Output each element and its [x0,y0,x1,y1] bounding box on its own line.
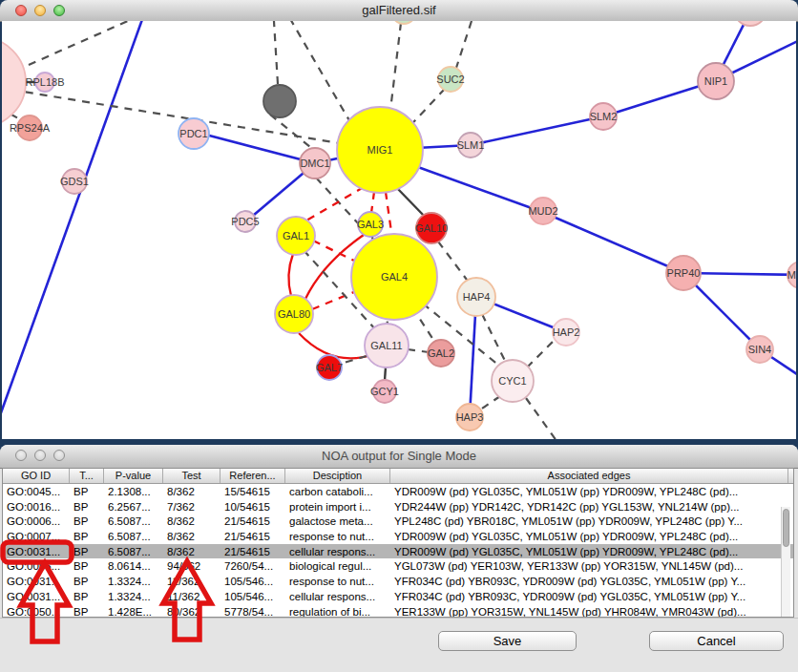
node-label: PRP40 [667,267,701,279]
table-cell: YFR034C (pd) YBR093C, YDR009W (pd) YGL03… [390,574,788,589]
table-cell: GO:0050... [3,604,70,619]
edge [270,115,315,151]
node-unlabeled[interactable] [263,85,296,117]
node-label: NIP1 [704,75,727,87]
cancel-button[interactable]: Cancel [649,631,784,651]
table-cell: YDR009W (pd) YGL035C, YML051W (pp) YDR00… [390,484,788,499]
table-cell: galactose meta... [285,514,390,529]
table-cell: 105/546... [220,589,285,604]
table-cell: 8/362 [163,529,220,544]
column-header-go-id[interactable]: GO ID [3,469,70,483]
network-window-title: galFiltered.sif [0,3,798,17]
column-header-referen-[interactable]: Referen... [220,469,285,483]
edge [456,21,472,68]
table-cell: YER133W (pp) YOR315W, YNL145W (pd) YHR08… [390,604,788,619]
table-cell: 8/362 [163,484,220,499]
column-header-associated-edges[interactable]: Associated edges [390,469,788,483]
table-row[interactable]: GO:0031...BP1.3324...11/362105/546...res… [3,574,793,589]
table-row[interactable]: GO:0007...BP6.5087...8/36221/54615respon… [3,529,793,544]
table-cell: 15/54615 [220,484,285,499]
node-label: GAL7 [316,362,343,373]
edge [479,396,500,410]
table-cell: GO:0065... [3,558,70,574]
network-view[interactable]: RPS24ARPL18BGDS1PDC1DMC1MIG1PDC5SUC2NIP1… [2,21,796,439]
table-row[interactable]: GO:0065...BP8.0614...94/3627260/54...bio… [3,558,793,574]
edge [273,21,278,84]
node-label: GAL2 [428,347,454,359]
scrollbar-thumb[interactable] [783,509,789,547]
noa-table: GO IDT...P-valueTestReferen...Desciption… [2,468,794,618]
table-row[interactable]: GO:0016...BP6.2567...7/36210/54615protei… [3,499,793,514]
edge [299,333,374,358]
edge [482,314,506,363]
node-label: GAL10 [415,222,448,234]
table-cell: YDR009W (pd) YGL035C, YML051W (pp) YDR00… [390,529,788,544]
table-cell: 11/362 [163,589,220,604]
table-cell: 5778/54... [220,604,285,619]
noa-window-titlebar[interactable]: NOA output for Single Mode [0,445,798,469]
edge [542,212,683,273]
table-cell: 21/54615 [220,544,285,559]
table-cell: 11/362 [163,574,220,589]
network-canvas[interactable]: RPS24ARPL18BGDS1PDC1DMC1MIG1PDC5SUC2NIP1… [2,21,796,439]
table-cell: YDR244W (pp) YDR142C, YDR142C (pp) YGL15… [390,499,788,514]
table-cell: response to nut... [285,574,390,589]
node-label: GAL80 [278,308,310,320]
node-unlabeled[interactable] [734,21,766,26]
edge [385,367,386,381]
node-label: SUC2 [436,74,464,85]
node-unlabeled[interactable] [2,37,26,127]
node-label: GDS1 [60,176,89,187]
table-cell: 2.1308... [104,484,163,499]
node-label: HAP2 [553,326,580,338]
table-cell: GO:0016... [3,499,70,514]
node-label: PDC5 [231,216,259,227]
noa-table-header: GO IDT...P-valueTestReferen...Desciption… [3,469,793,484]
edge [283,21,357,134]
node-label: GAL4 [381,271,408,283]
table-row[interactable]: GO:0045...BP2.1308...8/36215/54615carbon… [3,484,793,499]
table-cell: YGL073W (pd) YER103W, YER133W (pp) YOR31… [390,558,788,574]
table-cell: BP [70,544,104,559]
node-label: MSL1 [788,269,796,281]
table-cell: biological regul... [285,558,390,574]
node-label: GAL11 [370,340,402,351]
vertical-scrollbar[interactable] [781,507,790,618]
node-label: DMC1 [300,158,329,169]
node-label: RPL18B [26,76,65,88]
edge [527,340,555,368]
edge [408,349,429,352]
table-cell: 6.5087... [104,529,163,544]
table-cell: BP [70,589,104,604]
network-window-titlebar[interactable]: galFiltered.sif [0,0,798,22]
table-row[interactable]: GO:0050...BP1.428E...80/3625778/54...reg… [3,604,793,619]
node-label: GAL1 [283,230,309,242]
noa-window-title: NOA output for Single Mode [0,449,798,463]
table-row[interactable]: GO:0031...BP6.5087...8/36221/54615cellul… [3,544,793,559]
table-cell: GO:0031... [3,574,70,589]
table-cell: response to nut... [285,529,390,544]
edge [526,398,559,439]
table-cell: YDR009W (pd) YGL035C, YML051W (pp) YDR00… [390,544,788,559]
save-button[interactable]: Save [438,631,577,651]
table-cell: GO:0006... [3,514,70,529]
network-window: galFiltered.sif RPS24ARPL18BGDS1PDC1DMC1… [0,0,798,443]
table-cell: 7260/54... [220,558,285,574]
table-cell: carbon cataboli... [285,484,390,499]
column-header-p-value[interactable]: P-value [104,469,163,483]
node-unlabeled[interactable] [391,21,416,24]
table-cell: cellular respons... [285,589,390,604]
table-row[interactable]: GO:0006...BP6.5087...8/36221/54615galact… [3,514,793,529]
node-label: PDC1 [179,128,207,139]
table-cell: 1.428E... [104,604,163,619]
column-header-test[interactable]: Test [163,469,220,483]
table-row[interactable]: GO:0031...BP1.3324...11/362105/546...cel… [3,589,793,604]
column-header-desciption[interactable]: Desciption [285,469,390,483]
table-cell: BP [70,484,104,499]
edge [386,192,392,239]
node-label: SLM2 [590,111,618,122]
column-header-t-[interactable]: T... [70,469,104,483]
node-label: HAP3 [456,411,484,423]
table-cell: 6.5087... [104,514,163,529]
table-cell: cellular respons... [285,544,390,559]
